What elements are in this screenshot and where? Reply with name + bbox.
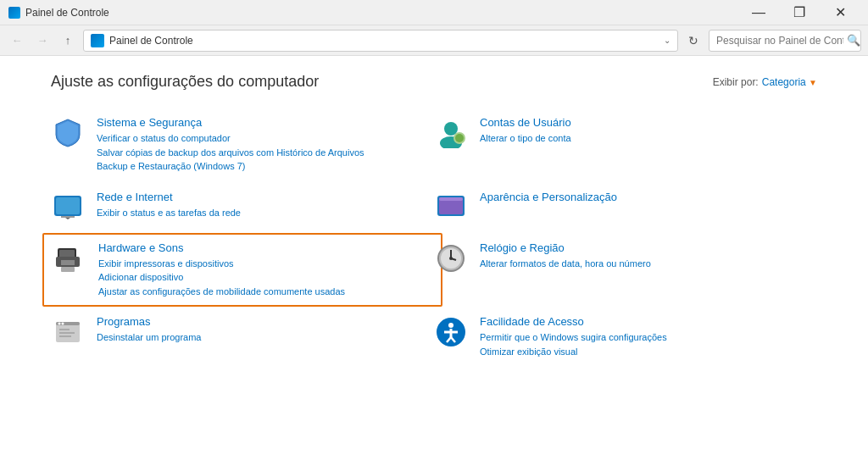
categoria-contas-title[interactable]: Contas de Usuário [480,116,817,129]
category-relogio[interactable]: Relógio e Região Alterar formatos de dat… [434,233,817,308]
svg-point-24 [58,323,61,325]
category-contas[interactable]: Contas de Usuário Alterar o tipo de cont… [434,108,817,182]
view-by-arrow-icon: ▼ [809,78,817,87]
breadcrumb-text: Painel de Controle [109,35,659,47]
up-button[interactable]: ↑ [58,30,78,51]
categoria-sistema-icon [51,116,85,150]
link-status-rede[interactable]: Exibir o status e as tarefas da rede [97,206,434,220]
address-folder-icon [91,34,104,47]
svg-rect-7 [61,216,75,218]
palette-icon [436,192,466,223]
categoria-rede-title[interactable]: Rede e Internet [97,191,434,203]
window-controls: — ❐ ✕ [739,0,860,25]
category-sistema[interactable]: Sistema e Segurança Verificar o status d… [51,108,434,182]
clock-icon [436,243,466,274]
printer-icon [54,243,85,274]
link-sugerir[interactable]: Permitir que o Windows sugira configuraç… [480,330,817,345]
svg-rect-14 [61,260,75,265]
search-icon: 🔍 [847,34,860,47]
category-rede[interactable]: Rede e Internet Exibir o status e as tar… [51,182,434,233]
categoria-aparencia-icon [434,191,468,224]
view-by-link[interactable]: Categoria ▼ [762,76,817,88]
categoria-aparencia-title[interactable]: Aparência e Personalização [480,191,817,203]
link-backup[interactable]: Salvar cópias de backup dos arquivos com… [97,146,434,160]
address-bar-input[interactable]: Painel de Controle ⌄ [83,30,678,52]
link-restauracao[interactable]: Backup e Restauração (Windows 7) [97,159,434,174]
main-content: Ajuste as configurações do computador Ex… [0,56,868,460]
link-desinstalar[interactable]: Desinstalar um programa [97,330,434,345]
link-tipo-conta[interactable]: Alterar o tipo de conta [480,131,817,146]
title-bar: Painel de Controle — ❐ ✕ [0,0,868,25]
categoria-hardware-icon [53,241,86,275]
categoria-programas-content: Programas Desinstalar um programa [97,315,434,345]
categoria-hardware-title[interactable]: Hardware e Sons [98,241,432,254]
categoria-contas-icon [434,116,468,150]
globe-icon [53,192,83,223]
categoria-facilidade-content: Facilidade de Acesso Permitir que o Wind… [480,315,817,358]
forward-button[interactable]: → [32,30,53,51]
restore-button[interactable]: ❐ [780,0,819,25]
link-verificar[interactable]: Verificar o status do computador [97,131,434,146]
svg-rect-28 [59,335,71,337]
link-formatos[interactable]: Alterar formatos de data, hora ou número [480,257,817,271]
svg-rect-10 [439,197,463,201]
window-title: Painel de Controle [25,7,109,19]
search-input[interactable] [716,35,843,47]
view-by: Exibir por: Categoria ▼ [713,76,817,88]
categoria-contas-content: Contas de Usuário Alterar o tipo de cont… [480,116,817,146]
categories-grid: Sistema e Segurança Verificar o status d… [51,108,817,367]
chevron-icon: ⌄ [664,36,670,45]
categoria-sistema-content: Sistema e Segurança Verificar o status d… [97,116,434,174]
categoria-facilidade-icon [434,315,468,349]
svg-point-3 [455,134,464,142]
programs-icon [53,317,83,347]
shield-icon [53,118,83,148]
category-hardware[interactable]: Hardware e Sons Exibir impressoras e dis… [42,233,442,308]
page-header: Ajuste as configurações do computador Ex… [51,73,817,91]
categoria-aparencia-content: Aparência e Personalização [480,191,817,206]
minimize-button[interactable]: — [739,0,778,25]
view-by-label: Exibir por: [713,76,759,88]
app-icon [8,7,20,19]
svg-rect-26 [59,329,70,330]
categoria-programas-title[interactable]: Programas [97,315,434,328]
category-programas[interactable]: Programas Desinstalar um programa [51,307,434,367]
categoria-rede-icon [51,191,85,224]
categoria-relogio-content: Relógio e Região Alterar formatos de dat… [480,241,817,271]
categoria-programas-icon [51,315,85,349]
link-mobilidade[interactable]: Ajustar as configurações de mobilidade c… [98,285,432,299]
svg-rect-15 [61,267,75,272]
svg-point-21 [449,257,453,260]
categoria-relogio-icon [434,241,468,275]
link-impressoras[interactable]: Exibir impressoras e dispositivos [98,257,432,271]
person-icon [436,118,466,148]
accessibility-icon [436,317,466,347]
svg-point-25 [62,323,64,325]
categoria-hardware-content: Hardware e Sons Exibir impressoras e dis… [98,241,432,299]
category-facilidade[interactable]: Facilidade de Acesso Permitir que o Wind… [434,307,817,367]
close-button[interactable]: ✕ [821,0,860,25]
search-box[interactable]: 🔍 [709,30,861,52]
refresh-button[interactable]: ↻ [683,30,704,51]
categoria-rede-content: Rede e Internet Exibir o status e as tar… [97,191,434,220]
category-aparencia[interactable]: Aparência e Personalização [434,182,817,233]
categoria-facilidade-title[interactable]: Facilidade de Acesso [480,315,817,328]
svg-point-30 [448,323,453,328]
address-bar: ← → ↑ Painel de Controle ⌄ ↻ 🔍 [0,25,868,56]
svg-rect-5 [56,197,80,214]
back-button[interactable]: ← [7,30,27,51]
categoria-relogio-title[interactable]: Relógio e Região [480,241,817,254]
svg-rect-27 [59,332,75,334]
page-title: Ajuste as configurações do computador [51,73,319,91]
link-adicionar[interactable]: Adicionar dispositivo [98,270,432,285]
title-bar-left: Painel de Controle [8,7,109,19]
link-otimizar[interactable]: Otimizar exibição visual [480,345,817,359]
categoria-sistema-title[interactable]: Sistema e Segurança [97,116,434,129]
